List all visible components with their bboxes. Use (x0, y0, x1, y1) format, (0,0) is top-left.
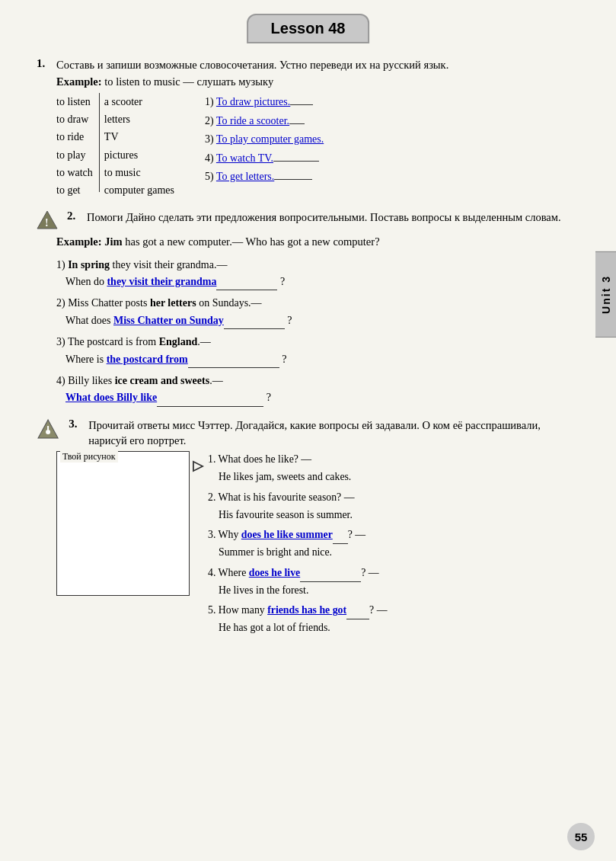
noun-1: a scooter (104, 93, 174, 110)
fill-ans-q5: friends has he got (267, 604, 346, 616)
fill-ans-3: the postcard from (107, 354, 188, 365)
fill-ans-4: What does Billy like (65, 392, 157, 403)
section-2-instruction: Помоги Дайно сделать эти предложения воп… (87, 210, 561, 225)
drawing-arrow: ▷ (193, 457, 203, 474)
page-number: 55 (567, 823, 595, 850)
bold-word-2: her letters (150, 297, 196, 309)
col-answers: 1) To draw pictures. 2) To ride a scoote… (205, 93, 324, 187)
bold-word-4: ice cream and sweets (115, 375, 210, 386)
answer-3: 3) To play computer games. (205, 130, 324, 149)
section-1-instruction: Составь и запиши возможные словосочетани… (56, 57, 448, 72)
col-nouns: a scooter letters TV pictures to music c… (104, 93, 174, 199)
section-1-body: Example: to listen to music — слушать му… (56, 75, 579, 199)
ex2-item-4: 4) Billy likes ice cream and sweets.— Wh… (56, 373, 579, 407)
section-3: 3. Прочитай ответы мисс Чэттер. Догадайс… (37, 418, 579, 640)
ex2-item-2: 2) Miss Chatter posts her letters on Sun… (56, 295, 579, 329)
fill-ans-2: Miss Chatter on Sunday (113, 315, 224, 326)
noun-6: computer games (104, 181, 174, 199)
triangle-icon: ! (37, 210, 58, 231)
ex2-item-1: 1) In spring they visit their grandma.— … (56, 257, 579, 291)
word-columns: to listen to draw to ride to play to wat… (56, 93, 579, 199)
drawing-box: Твой рисунок (56, 451, 190, 596)
section-3-num: 3. (69, 418, 82, 431)
drawing-label: Твой рисунок (60, 451, 118, 463)
ex2-item-3: 3) The postcard is from England.— Where … (56, 334, 579, 368)
answer-5: 5) To get letters. (205, 168, 324, 187)
fill-ans-1: they visit their grandma (107, 276, 216, 287)
answer-4: 4) To watch TV. (205, 149, 324, 168)
bold-word-3: England (159, 336, 198, 347)
verb-1: to listen (56, 93, 93, 110)
column-divider (99, 93, 100, 192)
bold-word-1: In spring (68, 259, 110, 270)
svg-text:!: ! (45, 217, 49, 229)
section-1: 1. Составь и запиши возможные словосочет… (37, 57, 579, 199)
s2-example-text: Jim has got a new computer.— Who has got… (104, 235, 379, 248)
noun-4: pictures (104, 146, 174, 164)
section-2-num: 2. (67, 210, 81, 222)
answer-1: 1) To draw pictures. (205, 93, 324, 112)
verb-5: to watch (56, 164, 93, 181)
noun-3: TV (104, 128, 174, 146)
ex3-q4: 4. Where does he live? — He lives in the… (208, 565, 579, 600)
section-2-body: Example: Jim has got a new computer.— Wh… (56, 234, 579, 407)
lesson-title-banner: Lesson 48 (247, 14, 370, 43)
page: Lesson 48 1. Составь и запиши возможные … (0, 0, 616, 861)
section-3-body: Твой рисунок ▷ 1. What does he like? — H… (56, 451, 579, 640)
s2-example-label: Example: (56, 235, 102, 248)
triangle-icon-2 (37, 418, 59, 440)
ex3-questions: 1. What does he like? — He likes jam, sw… (208, 451, 579, 640)
verb-2: to draw (56, 110, 93, 128)
fill-ans-q4: does he live (249, 567, 300, 578)
section-1-example: Example: to listen to music — слушать му… (56, 75, 579, 88)
ex3-q2: 2. What is his favourite season? — His f… (208, 489, 579, 524)
section-3-header: 3. Прочитай ответы мисс Чэттер. Догадайс… (37, 418, 579, 449)
col-verbs: to listen to draw to ride to play to wat… (56, 93, 94, 199)
noun-5: to music (104, 164, 174, 181)
ex3-q5: 5. How many friends has he got? — He has… (208, 602, 579, 637)
section-1-num: 1. (37, 57, 50, 70)
example-text: to listen to music — слушать музыку (104, 75, 273, 88)
section-2-example: Example: Jim has got a new computer.— Wh… (56, 234, 579, 251)
lesson-title: Lesson 48 (271, 20, 346, 37)
svg-point-3 (46, 430, 50, 434)
ex3-q1: 1. What does he like? — He likes jam, sw… (208, 451, 579, 486)
fill-ans-q3: does he like summer (241, 529, 333, 540)
verb-4: to play (56, 146, 93, 164)
noun-2: letters (104, 110, 174, 128)
section-1-header: 1. Составь и запиши возможные словосочет… (37, 57, 579, 72)
section-3-instruction: Прочитай ответы мисс Чэттер. Догадайся, … (88, 418, 579, 449)
section-2-header: ! 2. Помоги Дайно сделать эти предложени… (37, 210, 579, 231)
verb-3: to ride (56, 128, 93, 146)
unit-tab: Unit 3 (595, 251, 616, 338)
ex3-q3: 3. Why does he like summer? — Summer is … (208, 527, 579, 562)
example-label: Example: (56, 75, 102, 88)
verb-6: to get (56, 181, 93, 199)
section-2: ! 2. Помоги Дайно сделать эти предложени… (37, 210, 579, 407)
answer-2: 2) To ride a scooter. (205, 112, 324, 131)
